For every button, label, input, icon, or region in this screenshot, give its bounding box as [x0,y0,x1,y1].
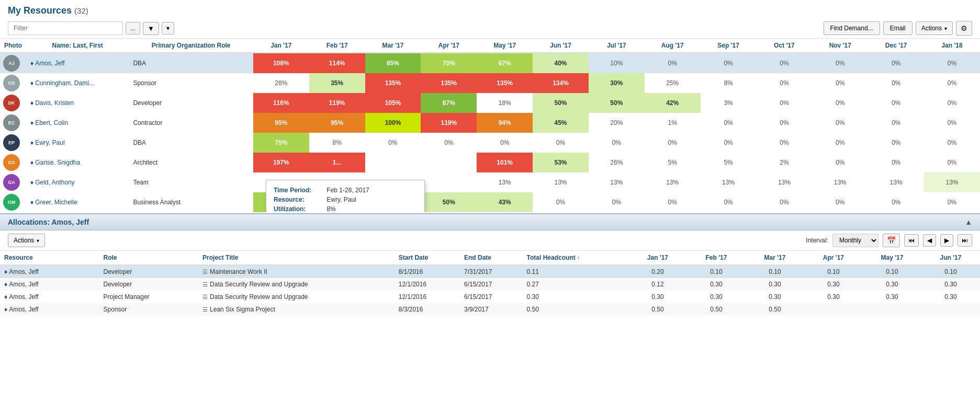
utilization-cell[interactable]: 0% [868,73,924,93]
utilization-cell[interactable]: 135% [421,73,477,93]
utilization-cell[interactable]: 13% [533,172,589,192]
utilization-cell[interactable]: 0% [812,53,868,73]
alloc-row[interactable]: ♦Amos, JeffSponsor☰Lean Six Sigma Projec… [0,303,980,316]
utilization-cell[interactable]: 13% [868,172,924,192]
utilization-cell[interactable]: 0% [756,53,812,73]
utilization-cell[interactable]: 42% [645,93,701,113]
filter-input[interactable] [8,21,123,35]
utilization-cell[interactable]: 13% [589,172,645,192]
utilization-cell[interactable]: 0% [812,133,868,153]
filter-icon-button[interactable]: ▼ [143,22,159,35]
utilization-cell[interactable]: 18% [477,93,533,113]
utilization-cell[interactable]: 50% [589,93,645,113]
utilization-cell[interactable]: 70% [421,53,477,73]
utilization-cell[interactable]: 50% [421,192,477,212]
utilization-cell[interactable]: 108% [253,53,309,73]
utilization-cell[interactable]: 40% [533,53,589,73]
utilization-cell[interactable]: 0% [701,133,757,153]
utilization-cell[interactable]: 0% [645,192,701,212]
actions-button[interactable]: Actions ▾ [916,21,953,35]
resource-name[interactable]: ♦Greer, Michelle [26,192,129,212]
utilization-cell[interactable]: 0% [868,153,924,172]
utilization-cell[interactable]: 0% [533,192,589,212]
utilization-cell[interactable]: 53% [533,153,589,172]
utilization-cell[interactable]: 134% [533,73,589,93]
utilization-cell[interactable]: 5% [701,153,757,172]
utilization-cell[interactable]: 0% [924,133,980,153]
utilization-cell[interactable]: 43% [477,192,533,212]
utilization-cell[interactable]: 0% [756,113,812,133]
utilization-cell[interactable]: 5% [645,153,701,172]
filter-dots-button[interactable]: ... [126,22,140,34]
utilization-cell[interactable]: 0% [924,93,980,113]
utilization-cell[interactable]: 0% [701,192,757,212]
utilization-cell[interactable]: 87% [421,93,477,113]
utilization-cell[interactable]: 13% [645,172,701,192]
table-row[interactable]: GA♦Geld, AnthonyTeam12%13%13%13%13%13%13… [0,172,980,192]
utilization-cell[interactable]: 116% [253,93,309,113]
table-row[interactable]: EC♦Ebert, ColinContractor95%95%100%119%9… [0,113,980,133]
table-row[interactable]: DK♦Davis, KristenDeveloper116%119%105%87… [0,93,980,113]
utilization-cell[interactable]: 0% [365,133,421,153]
resource-name[interactable]: ♦Geld, Anthony [26,172,129,192]
utilization-cell[interactable]: 13% [701,172,757,192]
find-demand-button[interactable]: Find Demand... [824,21,880,35]
utilization-cell[interactable]: 30% [589,73,645,93]
utilization-cell[interactable]: 105% [365,93,421,113]
utilization-cell[interactable]: 1... [309,153,365,172]
utilization-cell[interactable]: 0% [924,153,980,172]
utilization-cell[interactable]: 75% [253,133,309,153]
nav-next-button[interactable]: ▶ [940,234,953,247]
utilization-cell[interactable]: 0% [924,113,980,133]
utilization-cell[interactable]: 13% [812,172,868,192]
utilization-cell[interactable]: 0% [645,53,701,73]
alloc-row[interactable]: ♦Amos, JeffDeveloper☰Data Security Revie… [0,278,980,291]
resource-name[interactable]: ♦Ebert, Colin [26,113,129,133]
table-row[interactable]: GM♦Greer, MichelleBusiness Analyst60%57%… [0,192,980,212]
utilization-cell[interactable]: 0% [756,192,812,212]
utilization-cell[interactable]: 8% [701,73,757,93]
nav-prev-button[interactable]: ◀ [923,234,936,247]
utilization-cell[interactable]: 197% [253,153,309,172]
utilization-cell[interactable]: 0% [924,73,980,93]
utilization-cell[interactable]: 0% [477,133,533,153]
utilization-cell[interactable]: 0% [756,73,812,93]
utilization-cell[interactable]: 10% [589,53,645,73]
utilization-cell[interactable]: 0% [812,113,868,133]
utilization-cell[interactable]: 0% [756,133,812,153]
utilization-cell[interactable]: 50% [533,93,589,113]
table-row[interactable]: CD♦Cunningham, Dami...Sponsor28%35%135%1… [0,73,980,93]
resource-name[interactable]: ♦Garise, Snigdha [26,153,129,172]
interval-select[interactable]: Monthly Weekly Quarterly [832,234,878,247]
utilization-cell[interactable]: 95% [253,113,309,133]
utilization-cell[interactable]: 0% [868,113,924,133]
utilization-cell[interactable]: 100% [365,113,421,133]
utilization-cell[interactable]: 0% [645,133,701,153]
utilization-cell[interactable]: 0% [868,192,924,212]
utilization-cell[interactable]: 119% [421,113,477,133]
utilization-cell[interactable]: 13% [924,172,980,192]
utilization-cell[interactable]: 94% [477,113,533,133]
utilization-cell[interactable] [421,153,477,172]
utilization-cell[interactable]: 67% [477,53,533,73]
email-button[interactable]: Email [883,21,913,35]
utilization-cell[interactable]: 0% [589,133,645,153]
utilization-cell[interactable]: 25% [645,73,701,93]
resource-name[interactable]: ♦Amos, Jeff [26,53,129,73]
utilization-cell[interactable]: 35% [309,73,365,93]
utilization-cell[interactable]: 0% [701,113,757,133]
utilization-cell[interactable] [365,153,421,172]
utilization-cell[interactable]: 0% [533,133,589,153]
table-row[interactable]: EP♦Ewry, PaulDBA75%8%0%0%0%0%0%0%0%0%0%0… [0,133,980,153]
utilization-cell[interactable]: 2% [756,153,812,172]
resource-name[interactable]: ♦Ewry, Paul [26,133,129,153]
utilization-cell[interactable]: 135% [477,73,533,93]
utilization-cell[interactable]: 45% [533,113,589,133]
resource-name[interactable]: ♦Davis, Kristen [26,93,129,113]
utilization-cell[interactable]: 119% [309,93,365,113]
calendar-button[interactable]: 📅 [883,234,900,247]
utilization-cell[interactable]: 0% [756,93,812,113]
utilization-cell[interactable]: 0% [589,192,645,212]
nav-last-button[interactable]: ⏭ [958,234,972,247]
collapse-icon[interactable]: ▲ [965,218,972,226]
